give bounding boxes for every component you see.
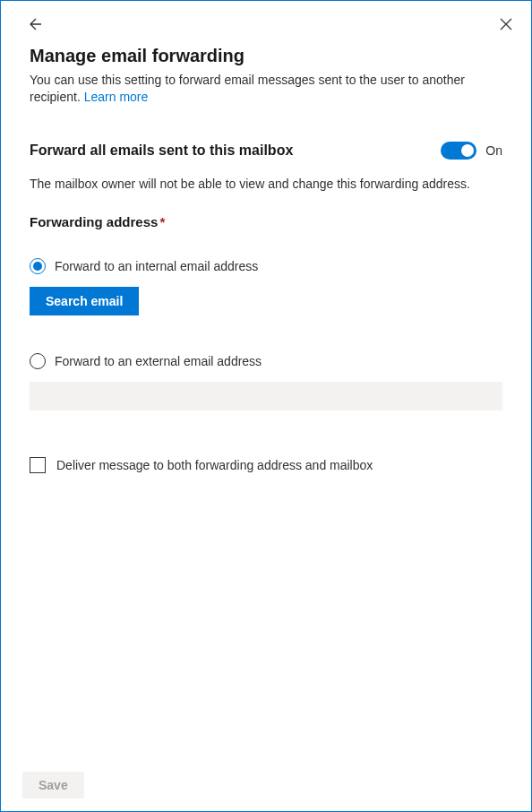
forward-toggle-state: On — [485, 143, 502, 158]
back-button[interactable] — [22, 12, 47, 37]
radio-external-label: Forward to an external email address — [55, 354, 262, 368]
save-button[interactable]: Save — [22, 772, 84, 799]
forward-toggle-label: Forward all emails sent to this mailbox — [30, 143, 293, 159]
forward-helper-text: The mailbox owner will not be able to vi… — [30, 176, 502, 193]
learn-more-link[interactable]: Learn more — [84, 90, 149, 104]
deliver-both-row[interactable]: Deliver message to both forwarding addre… — [30, 457, 502, 473]
page-description: You can use this setting to forward emai… — [30, 72, 502, 106]
close-icon — [500, 18, 512, 30]
radio-external-control[interactable] — [30, 353, 46, 369]
radio-internal-control[interactable] — [30, 258, 46, 274]
required-indicator: * — [159, 214, 165, 229]
external-email-input[interactable] — [30, 382, 502, 410]
page-title: Manage email forwarding — [30, 46, 502, 66]
toggle-thumb-icon — [461, 144, 474, 157]
search-email-button[interactable]: Search email — [30, 287, 139, 315]
radio-internal-label: Forward to an internal email address — [55, 259, 258, 273]
back-arrow-icon — [28, 17, 42, 31]
radio-internal[interactable]: Forward to an internal email address — [30, 258, 502, 274]
close-button[interactable] — [493, 12, 519, 37]
deliver-both-label: Deliver message to both forwarding addre… — [56, 458, 373, 472]
forwarding-address-label: Forwarding address* — [30, 214, 502, 229]
deliver-both-checkbox[interactable] — [30, 457, 46, 473]
forward-toggle[interactable] — [441, 142, 476, 160]
radio-external[interactable]: Forward to an external email address — [30, 353, 502, 369]
